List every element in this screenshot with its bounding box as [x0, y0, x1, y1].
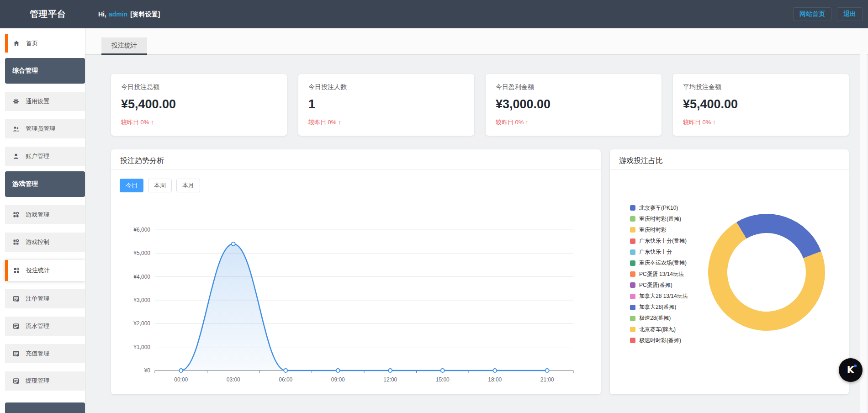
svg-text:¥5,000: ¥5,000 — [133, 250, 150, 256]
profile-settings-link[interactable]: [资料设置] — [130, 11, 160, 18]
stat-label: 今日投注总额 — [121, 83, 277, 91]
sidebar: 首页综合管理通用设置管理员管理账户管理游戏管理游戏管理游戏控制投注统计注单管理流… — [0, 28, 85, 413]
sidebar-item-label: 账户管理 — [26, 152, 49, 160]
sidebar-item-label: 首页 — [26, 39, 38, 48]
grid-icon — [13, 212, 19, 218]
stat-card: 平均投注金额¥5,400.00较昨日 0% ↑ — [673, 74, 849, 136]
pie-donut-chart — [610, 149, 849, 394]
floating-k-badge[interactable]: K — [839, 358, 863, 382]
svg-text:15:00: 15:00 — [436, 376, 450, 383]
up-arrow-icon: ↑ — [713, 119, 716, 126]
orders-icon — [13, 296, 19, 302]
sidebar-item-1-3[interactable]: 注单管理 — [5, 289, 85, 308]
sidebar-section-0[interactable]: 综合管理 — [5, 58, 85, 84]
sidebar-item-0-2[interactable]: 账户管理 — [5, 147, 85, 166]
svg-text:¥2,000: ¥2,000 — [133, 320, 150, 327]
stat-delta-text: 较昨日 0% — [121, 119, 151, 126]
k-badge-dot-icon — [854, 365, 857, 367]
sidebar-section-2[interactable]: 系统信息 — [5, 402, 85, 413]
home-icon — [13, 40, 20, 47]
k-badge-letter: K — [847, 365, 854, 376]
stat-value: 1 — [308, 97, 464, 111]
svg-text:06:00: 06:00 — [279, 376, 292, 383]
sidebar-item-label: 提现管理 — [26, 377, 49, 385]
sidebar-section-1[interactable]: 游戏管理 — [5, 171, 85, 197]
sidebar-item-label: 流水管理 — [26, 322, 49, 330]
top-header: 管理平台 Hi,admin[资料设置] 网站首页 退出 — [0, 0, 868, 28]
stat-delta-text: 较昨日 0% — [683, 119, 713, 126]
donut-slice[interactable] — [736, 214, 821, 258]
up-arrow-icon: ↑ — [338, 119, 341, 126]
stat-value: ¥5,400.00 — [683, 97, 839, 111]
stat-card: 今日投注人数1较昨日 0% ↑ — [298, 74, 474, 136]
up-arrow-icon: ↑ — [525, 119, 529, 126]
tab-bar: 投注统计 — [85, 28, 868, 55]
sidebar-item-label: 注单管理 — [26, 295, 49, 303]
svg-text:12:00: 12:00 — [383, 376, 397, 383]
users-icon — [13, 126, 19, 132]
stat-card: 今日盈利金额¥3,000.00较昨日 0% ↑ — [486, 74, 662, 136]
svg-text:18:00: 18:00 — [488, 376, 502, 383]
svg-text:09:00: 09:00 — [331, 376, 345, 383]
svg-text:21:00: 21:00 — [540, 376, 554, 383]
svg-text:03:00: 03:00 — [227, 376, 240, 383]
up-arrow-icon: ↑ — [151, 119, 154, 126]
sidebar-item-label: 游戏控制 — [26, 238, 49, 246]
stat-delta: 较昨日 0% ↑ — [121, 118, 277, 127]
sidebar-item-label: 通用设置 — [26, 97, 49, 106]
stat-card: 今日投注总额¥5,400.00较昨日 0% ↑ — [111, 74, 287, 136]
sidebar-item-1-2[interactable]: 投注统计 — [5, 260, 85, 281]
sidebar-item-1-0[interactable]: 游戏管理 — [5, 205, 85, 224]
stat-delta: 较昨日 0% ↑ — [308, 118, 464, 127]
sidebar-item-1-5[interactable]: 充值管理 — [5, 344, 85, 363]
orders-icon — [13, 378, 19, 384]
stat-delta: 较昨日 0% ↑ — [496, 118, 651, 127]
svg-text:¥4,000: ¥4,000 — [133, 274, 150, 280]
sidebar-item-0-0[interactable]: 通用设置 — [5, 92, 85, 111]
sidebar-item-1-4[interactable]: 流水管理 — [5, 317, 85, 336]
pie-card: 游戏投注占比 北京赛车(PK10)重庆时时彩(番摊)重庆时时彩广东快乐十分(番摊… — [610, 149, 849, 394]
stat-label: 平均投注金额 — [683, 83, 839, 91]
stat-value: ¥3,000.00 — [496, 97, 651, 111]
sidebar-item-label: 投注统计 — [26, 266, 50, 275]
greeting-prefix: Hi, — [98, 11, 106, 18]
sidebar-item-0-1[interactable]: 管理员管理 — [5, 119, 85, 138]
stat-delta-text: 较昨日 0% — [496, 119, 525, 126]
svg-text:¥1,000: ¥1,000 — [133, 344, 150, 350]
user-greeting: Hi,admin[资料设置] — [98, 0, 160, 28]
main-content: 投注统计 今日投注总额¥5,400.00较昨日 0% ↑今日投注人数1较昨日 0… — [85, 28, 868, 413]
stat-delta: 较昨日 0% ↑ — [683, 118, 839, 127]
tab-betting-stats[interactable]: 投注统计 — [101, 37, 147, 55]
stat-value: ¥5,400.00 — [121, 97, 277, 111]
sidebar-section-title: 综合管理 — [12, 67, 38, 75]
site-home-button[interactable]: 网站首页 — [793, 7, 831, 21]
user-icon — [13, 153, 19, 159]
brand-title: 管理平台 — [30, 0, 66, 28]
trend-card: 投注趋势分析 今日本周本月 ¥0¥1,000¥2,000¥3,000¥4,000… — [111, 149, 601, 394]
gear-icon — [13, 98, 19, 105]
stat-cards-row: 今日投注总额¥5,400.00较昨日 0% ↑今日投注人数1较昨日 0% ↑今日… — [111, 74, 849, 136]
username-link[interactable]: admin — [109, 11, 127, 18]
sidebar-item-label: 管理员管理 — [26, 125, 55, 133]
stat-delta-text: 较昨日 0% — [308, 119, 338, 126]
grid-icon — [13, 267, 20, 274]
svg-text:¥3,000: ¥3,000 — [133, 297, 150, 303]
sidebar-item-home[interactable]: 首页 — [5, 34, 85, 53]
grid-icon — [13, 239, 19, 245]
sidebar-item-1-1[interactable]: 游戏控制 — [5, 233, 85, 252]
orders-icon — [13, 350, 19, 357]
sidebar-item-1-6[interactable]: 提现管理 — [5, 371, 85, 391]
logout-button[interactable]: 退出 — [837, 7, 863, 21]
page-scrollbar[interactable] — [860, 28, 867, 413]
trend-line-chart: ¥0¥1,000¥2,000¥3,000¥4,000¥5,000¥6,00000… — [111, 149, 601, 394]
sidebar-item-label: 充值管理 — [26, 349, 49, 358]
svg-text:¥6,000: ¥6,000 — [133, 227, 150, 233]
stat-label: 今日投注人数 — [308, 83, 464, 91]
header-actions: 网站首页 退出 — [793, 0, 863, 28]
sidebar-item-label: 游戏管理 — [26, 211, 49, 219]
sidebar-section-title: 游戏管理 — [12, 180, 38, 188]
svg-text:00:00: 00:00 — [174, 376, 188, 383]
svg-text:¥0: ¥0 — [144, 367, 151, 374]
stat-label: 今日盈利金额 — [496, 83, 651, 91]
orders-icon — [13, 323, 19, 329]
